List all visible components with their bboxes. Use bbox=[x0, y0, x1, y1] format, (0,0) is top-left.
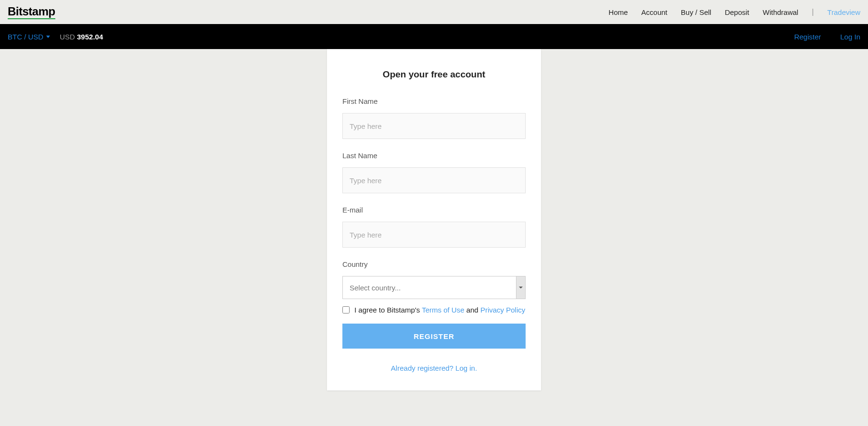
nav-buysell[interactable]: Buy / Sell bbox=[681, 8, 711, 16]
card-title: Open your free account bbox=[342, 69, 526, 80]
nav-separator: | bbox=[812, 8, 814, 16]
nav-tradeview[interactable]: Tradeview bbox=[827, 8, 860, 16]
country-select[interactable]: Select country... bbox=[342, 276, 526, 299]
country-select-wrapper: Select country... bbox=[342, 276, 526, 299]
sub-header: BTC / USD USD 3952.04 Register Log In bbox=[0, 24, 868, 49]
nav-account[interactable]: Account bbox=[642, 8, 667, 16]
sub-header-right: Register Log In bbox=[794, 33, 860, 41]
terms-link[interactable]: Terms of Use bbox=[422, 306, 464, 314]
top-header: Bitstamp Home Account Buy / Sell Deposit… bbox=[0, 0, 868, 24]
already-registered-link[interactable]: Already registered? Log in. bbox=[391, 364, 477, 372]
chevron-down-icon bbox=[46, 36, 50, 38]
first-name-input[interactable] bbox=[342, 113, 526, 139]
email-input[interactable] bbox=[342, 222, 526, 248]
agree-text: I agree to Bitstamp's Terms of Use and P… bbox=[354, 306, 525, 314]
register-link[interactable]: Register bbox=[794, 33, 821, 41]
nav-links: Home Account Buy / Sell Deposit Withdraw… bbox=[609, 8, 860, 16]
privacy-link[interactable]: Privacy Policy bbox=[480, 306, 525, 314]
pair-label: BTC / USD bbox=[8, 33, 43, 41]
nav-deposit[interactable]: Deposit bbox=[725, 8, 749, 16]
already-registered-row: Already registered? Log in. bbox=[342, 364, 526, 372]
agree-and: and bbox=[465, 306, 480, 314]
agree-checkbox[interactable] bbox=[342, 306, 350, 313]
register-button[interactable]: REGISTER bbox=[342, 324, 526, 349]
nav-home[interactable]: Home bbox=[609, 8, 628, 16]
price-display: USD 3952.04 bbox=[60, 33, 103, 41]
register-card: Open your free account First Name Last N… bbox=[327, 49, 541, 390]
sub-header-left: BTC / USD USD 3952.04 bbox=[8, 33, 103, 41]
price-value: 3952.04 bbox=[77, 33, 103, 41]
last-name-group: Last Name bbox=[342, 151, 526, 193]
agree-prefix: I agree to Bitstamp's bbox=[354, 306, 422, 314]
last-name-label: Last Name bbox=[342, 151, 526, 160]
country-label: Country bbox=[342, 260, 526, 268]
first-name-label: First Name bbox=[342, 97, 526, 105]
nav-withdrawal[interactable]: Withdrawal bbox=[763, 8, 798, 16]
country-group: Country Select country... bbox=[342, 260, 526, 299]
last-name-input[interactable] bbox=[342, 167, 526, 193]
currency-label: USD bbox=[60, 33, 75, 41]
agree-row: I agree to Bitstamp's Terms of Use and P… bbox=[342, 306, 526, 314]
logo[interactable]: Bitstamp bbox=[8, 5, 55, 19]
email-group: E-mail bbox=[342, 206, 526, 248]
main-content: Open your free account First Name Last N… bbox=[0, 49, 868, 390]
login-link[interactable]: Log In bbox=[840, 33, 860, 41]
pair-selector[interactable]: BTC / USD bbox=[8, 33, 50, 41]
first-name-group: First Name bbox=[342, 97, 526, 139]
email-label: E-mail bbox=[342, 206, 526, 214]
